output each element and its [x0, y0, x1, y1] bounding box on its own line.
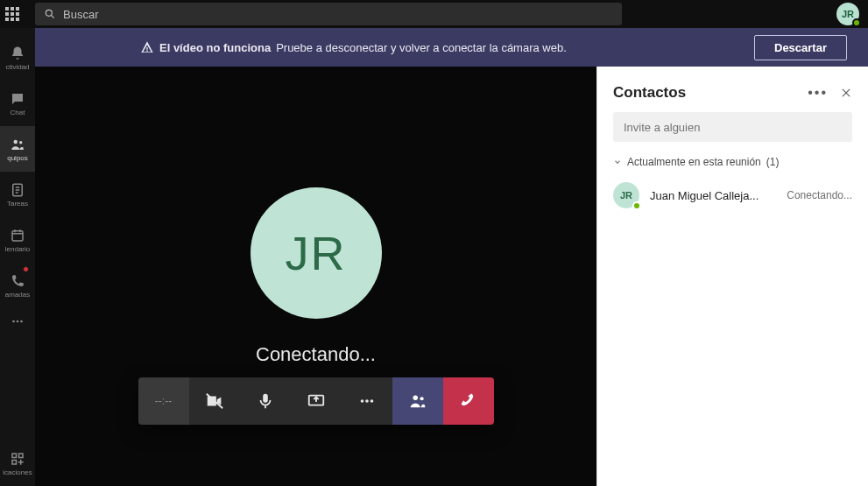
hangup-icon: [459, 391, 478, 411]
search-icon: [44, 8, 56, 20]
participant-avatar-large: JR: [251, 187, 382, 319]
apps-icon: [10, 451, 25, 467]
participant-name: Juan Miguel Calleja...: [650, 189, 759, 202]
contacts-title: Contactos: [613, 84, 686, 102]
svg-point-3: [19, 141, 22, 144]
participant-avatar: JR: [613, 182, 639, 208]
svg-rect-9: [12, 454, 17, 458]
svg-point-0: [46, 10, 52, 16]
svg-rect-13: [263, 394, 268, 403]
svg-point-2: [14, 139, 18, 144]
phone-icon: [10, 273, 25, 289]
share-screen-button[interactable]: [291, 377, 342, 425]
search-box[interactable]: Buscar: [35, 3, 622, 25]
banner-message: Pruebe a desconectar y volver a conectar…: [276, 41, 567, 54]
banner-title: El vídeo no funciona: [159, 41, 271, 54]
rail-tasks[interactable]: Tareas: [0, 172, 35, 217]
invite-input[interactable]: [613, 112, 852, 142]
presence-indicator: [852, 18, 861, 27]
hangup-button[interactable]: [443, 377, 494, 425]
participant-row[interactable]: JR Juan Miguel Calleja... Conectando...: [597, 173, 868, 217]
rail-chat[interactable]: Chat: [0, 81, 35, 126]
svg-point-6: [12, 320, 15, 323]
svg-rect-10: [19, 454, 24, 458]
participants-button[interactable]: [392, 377, 443, 425]
share-icon: [307, 391, 326, 411]
meeting-stage: JR Conectando... --:--: [35, 67, 596, 486]
svg-rect-5: [12, 230, 23, 240]
svg-point-8: [20, 320, 23, 323]
svg-point-19: [420, 397, 423, 400]
participants-group-header[interactable]: Actualmente en esta reunión (1): [597, 151, 868, 173]
dismiss-button[interactable]: Descartar: [754, 35, 847, 60]
warning-banner: El vídeo no funciona Pruebe a desconecta…: [35, 28, 868, 67]
rail-apps[interactable]: icaciones: [0, 440, 35, 486]
more-icon: [10, 313, 25, 329]
people-icon: [408, 391, 427, 411]
svg-point-7: [17, 320, 19, 323]
meeting-toolbar: --:--: [138, 377, 494, 425]
rail-activity[interactable]: ctividad: [0, 35, 35, 81]
rail-calls[interactable]: amadas: [0, 263, 35, 308]
more-icon: [357, 391, 377, 411]
current-user-avatar[interactable]: JR: [836, 3, 859, 25]
svg-point-15: [360, 399, 363, 403]
svg-rect-11: [12, 460, 17, 464]
svg-line-1: [51, 15, 53, 18]
connection-status: Conectando...: [256, 343, 376, 366]
call-duration: --:--: [138, 377, 189, 425]
app-rail: ctividad Chat quipos Tareas lendario: [0, 28, 35, 486]
rail-calendar[interactable]: lendario: [0, 217, 35, 263]
mic-icon: [256, 391, 275, 411]
title-bar: Buscar JR: [0, 0, 868, 28]
presence-indicator: [632, 201, 641, 210]
chat-icon: [10, 91, 25, 107]
bell-icon: [10, 46, 25, 61]
rail-more[interactable]: [0, 308, 35, 335]
camera-off-icon: [205, 391, 224, 411]
warning-icon: [140, 40, 154, 54]
participant-status: Conectando...: [787, 189, 852, 201]
chevron-down-icon: [613, 158, 622, 166]
camera-toggle-button[interactable]: [189, 377, 240, 425]
app-launcher-icon[interactable]: [5, 7, 19, 21]
svg-point-16: [365, 399, 369, 403]
contacts-panel: Contactos ••• Actualmente en esta reunió…: [596, 67, 868, 486]
search-placeholder: Buscar: [63, 8, 98, 21]
panel-more-button[interactable]: •••: [808, 85, 828, 101]
calendar-icon: [10, 228, 25, 243]
tasks-icon: [10, 182, 25, 198]
teams-icon: [10, 137, 25, 152]
mic-toggle-button[interactable]: [240, 377, 291, 425]
rail-teams[interactable]: quipos: [0, 126, 35, 172]
close-icon[interactable]: [840, 87, 852, 99]
svg-point-18: [413, 396, 418, 401]
more-actions-button[interactable]: [342, 377, 392, 425]
svg-point-17: [370, 399, 373, 403]
notification-dot: [23, 266, 29, 272]
